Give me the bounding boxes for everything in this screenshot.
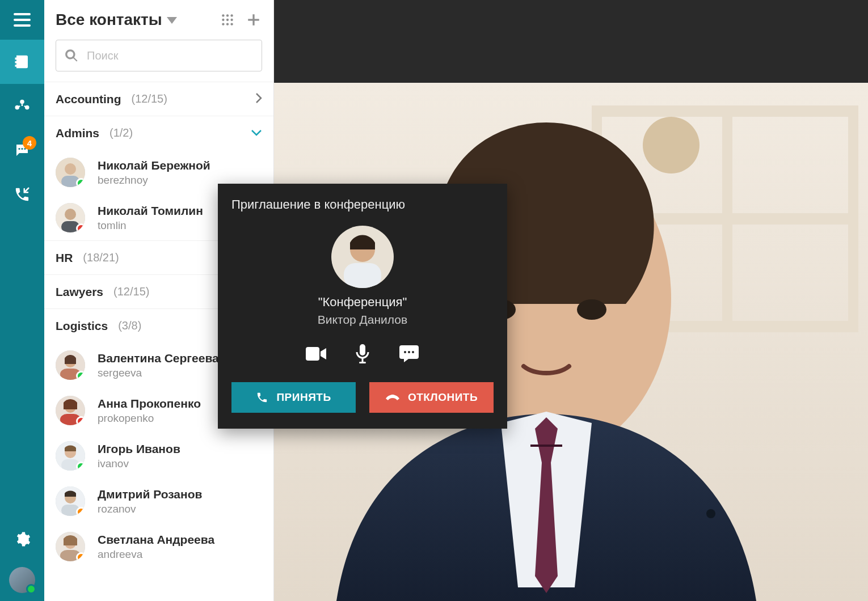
invite-caller-name: Виктор Данилов [231,313,494,327]
status-busy [76,223,85,232]
nav-contacts[interactable] [0,40,44,84]
svg-rect-55 [344,263,381,288]
contact-row[interactable]: Игорь Иванов ivanov [44,433,273,479]
svg-rect-0 [14,13,31,15]
svg-point-13 [226,19,229,21]
video-topbar [274,0,868,83]
contact-row[interactable]: Дмитрий Розанов rozanov [44,479,273,524]
svg-rect-46 [722,105,732,332]
svg-point-24 [65,209,76,220]
group-name: HR [56,251,73,265]
group-count: (3/8) [118,319,141,332]
toggle-chat-button[interactable] [398,342,420,365]
svg-point-14 [230,19,233,21]
decline-call-button[interactable]: ОТКЛОНИТЬ [369,382,494,413]
avatar [56,486,85,516]
group-icon [14,98,31,115]
group-count: (1/2) [109,126,133,139]
avatar [56,396,85,425]
accept-call-button[interactable]: ПРИНЯТЬ [231,382,356,413]
nav-chat[interactable]: 4 [0,128,44,172]
group-name: Lawyers [56,285,103,299]
svg-point-62 [408,351,410,353]
nav-conferences[interactable] [0,84,44,128]
group-admins[interactable]: Admins (1/2) [44,116,273,150]
nav-calls[interactable] [0,172,44,217]
chat-bubble-icon [399,345,419,362]
svg-point-3 [20,100,24,104]
svg-point-48 [643,117,700,173]
dialpad-button[interactable] [214,7,241,33]
group-name: Admins [56,126,99,140]
contacts-title-chevron-icon[interactable] [167,16,177,26]
conference-invite-dialog: Приглашение в конференцию "Конференция" … [218,184,507,429]
gear-icon [14,531,31,548]
group-name: Accounting [56,92,121,106]
contact-name: Дмитрий Розанов [98,487,202,501]
group-count: (18/21) [83,251,119,264]
status-online [76,462,85,471]
phone-icon [256,391,268,404]
svg-rect-58 [362,358,364,362]
avatar [56,158,85,187]
address-book-icon [14,53,31,70]
toggle-mic-button[interactable] [351,342,374,365]
svg-point-61 [404,351,406,353]
contact-login: tomlin [98,219,203,232]
contact-login: rozanov [98,503,202,515]
current-user-avatar[interactable] [9,567,35,593]
contact-login: ivanov [98,458,180,470]
microphone-icon [356,344,369,363]
chevron-right-icon [255,92,262,106]
svg-point-11 [230,14,233,16]
incoming-call-icon [14,186,31,203]
phone-hangup-icon [385,391,400,404]
svg-point-15 [222,23,224,25]
status-online [76,371,85,380]
svg-point-12 [222,19,224,21]
video-camera-icon [306,346,326,362]
nav-settings[interactable] [0,517,44,561]
contact-name: Николай Томилин [98,204,203,218]
chevron-down-icon [251,128,262,138]
contact-login: berezhnoy [98,174,210,187]
svg-rect-56 [306,347,319,361]
add-contact-button[interactable] [241,7,267,33]
svg-rect-2 [14,24,31,27]
contact-row[interactable]: Светлана Андреева andreeva [44,524,273,569]
svg-point-51 [577,299,606,320]
invite-caller-avatar [331,226,394,288]
contact-name: Светлана Андреева [98,532,214,547]
hamburger-icon [14,13,31,27]
decline-label: ОТКЛОНИТЬ [408,391,478,404]
invite-conference-name: "Конференция" [231,295,494,310]
contact-name: Николай Бережной [98,158,210,172]
status-away [76,552,85,561]
group-accounting[interactable]: Accounting (12/15) [44,82,273,116]
svg-point-63 [412,351,414,353]
status-busy [76,416,85,425]
group-count: (12/15) [113,285,149,298]
contact-name: Валентина Сергеева [98,351,219,365]
toggle-camera-button[interactable] [305,342,327,365]
status-online [76,178,85,187]
svg-point-21 [65,163,76,175]
svg-point-52 [706,509,715,518]
search-input[interactable] [87,49,254,62]
avatar [56,350,85,380]
svg-point-9 [222,14,224,16]
contact-name: Анна Прокопенко [98,396,201,410]
svg-point-10 [226,14,229,16]
plus-icon [246,12,261,27]
chat-badge: 4 [23,136,36,150]
contact-login: prokopenko [98,412,201,425]
contacts-title[interactable]: Все контакты [56,11,162,29]
group-name: Logistics [56,319,108,333]
svg-rect-57 [360,344,365,355]
nav-rail: 4 [0,0,44,601]
menu-button[interactable] [0,0,44,40]
current-user-status-online [26,584,36,594]
svg-point-16 [226,23,229,25]
accept-label: ПРИНЯТЬ [276,391,331,404]
search-field[interactable] [56,40,262,71]
